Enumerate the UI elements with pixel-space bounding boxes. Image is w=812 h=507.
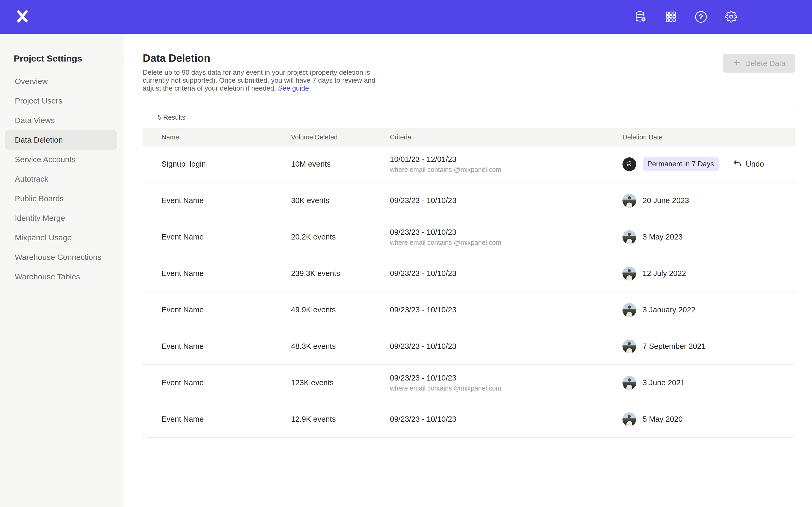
event-name-cell: Event Name: [161, 378, 291, 387]
table-row: Event Name 30K events 09/23/23 - 10/10/2…: [143, 182, 795, 219]
deletions-table-card: 5 Results Name Volume Deleted Criteria D…: [143, 106, 795, 438]
criteria-filter: where email contains @mixpanel.com: [390, 385, 622, 392]
deletion-date-cell: 7 September 2021: [622, 340, 795, 353]
deletion-date: 12 July 2022: [643, 269, 686, 278]
table-row: Event Name 12.9K events 09/23/23 - 10/10…: [143, 401, 795, 437]
criteria-cell: 09/23/23 - 10/10/23 where email contains…: [390, 374, 622, 392]
sidebar-item-mixpanel-usage[interactable]: Mixpanel Usage: [5, 228, 117, 247]
page-header: Data Deletion Delete up to 90 days data …: [143, 52, 795, 92]
sidebar-item-data-deletion[interactable]: Data Deletion: [5, 130, 117, 150]
criteria-range: 10/01/23 - 12/01/23: [390, 155, 622, 164]
apps-grid-icon: [665, 11, 677, 23]
sidebar-item-overview[interactable]: Overview: [5, 71, 117, 91]
volume-cell: 123K events: [291, 378, 390, 387]
sidebar-item-warehouse-tables[interactable]: Warehouse Tables: [5, 267, 117, 286]
criteria-range: 09/23/23 - 10/10/23: [390, 269, 622, 278]
page-description: Delete up to 90 days data for any event …: [143, 68, 382, 92]
mixpanel-logo[interactable]: [15, 9, 30, 24]
main-content: Data Deletion Delete up to 90 days data …: [124, 34, 812, 507]
criteria-cell: 09/23/23 - 10/10/23: [390, 196, 622, 205]
criteria-range: 09/23/23 - 10/10/23: [390, 228, 622, 237]
delete-data-label: Delete Data: [745, 59, 785, 68]
avatar: [622, 157, 636, 171]
volume-cell: 30K events: [291, 196, 390, 205]
undo-label: Undo: [746, 160, 764, 168]
sidebar-nav: Overview Project Users Data Views Data D…: [0, 71, 124, 286]
question-mark-glyph: ?: [699, 13, 703, 21]
volume-cell: 12.9K events: [291, 415, 390, 424]
settings-sidebar: Project Settings Overview Project Users …: [0, 34, 124, 507]
undo-button[interactable]: Undo: [733, 159, 764, 170]
database-gear-icon: [635, 11, 647, 23]
sidebar-item-service-accounts[interactable]: Service Accounts: [5, 150, 117, 169]
deletion-date: 3 January 2022: [643, 305, 696, 314]
sidebar-item-data-views[interactable]: Data Views: [5, 111, 117, 130]
avatar: [622, 267, 636, 280]
column-header-volume: Volume Deleted: [291, 133, 390, 141]
deletion-date: 20 June 2023: [643, 196, 689, 205]
sidebar-item-project-users[interactable]: Project Users: [5, 91, 117, 111]
event-name-cell: Event Name: [161, 196, 291, 205]
column-header-criteria: Criteria: [390, 133, 622, 141]
event-name-cell: Event Name: [161, 269, 291, 278]
plus-icon: [732, 58, 741, 69]
criteria-cell: 09/23/23 - 10/10/23 where email contains…: [390, 228, 622, 246]
topbar-actions: ?: [635, 11, 812, 23]
deletion-date-cell: 3 June 2021: [622, 376, 795, 390]
table-row: Event Name 20.2K events 09/23/23 - 10/10…: [143, 219, 795, 255]
avatar: [622, 194, 636, 208]
apps-grid-button[interactable]: [664, 11, 677, 23]
deletion-date: 3 May 2023: [643, 233, 683, 241]
criteria-range: 09/23/23 - 10/10/23: [390, 305, 622, 314]
avatar: [622, 412, 636, 426]
app-root: ? Project Settings Overview Project User…: [0, 0, 812, 507]
criteria-range: 09/23/23 - 10/10/23: [390, 196, 622, 205]
sidebar-title: Project Settings: [0, 53, 124, 64]
event-name-cell: Event Name: [161, 342, 291, 351]
avatar: [622, 376, 636, 390]
criteria-range: 09/23/23 - 10/10/23: [390, 415, 622, 424]
topbar: ?: [0, 0, 812, 34]
criteria-filter: where email contains @mixpanel.com: [390, 239, 622, 246]
sidebar-item-identity-merge[interactable]: Identity Merge: [5, 208, 117, 228]
help-button[interactable]: ?: [695, 11, 707, 23]
description-text: Delete up to 90 days data for any event …: [143, 68, 375, 92]
criteria-range: 09/23/23 - 10/10/23: [390, 342, 622, 351]
column-header-name: Name: [161, 133, 291, 141]
see-guide-link[interactable]: See guide: [278, 84, 309, 92]
deletion-date: 5 May 2020: [643, 415, 683, 424]
avatar: [622, 303, 636, 317]
deletion-date-cell: Permanent in 7 Days Undo: [622, 157, 795, 171]
table-row: Event Name 239.3K events 09/23/23 - 10/1…: [143, 255, 795, 291]
deletion-date-cell: 12 July 2022: [622, 267, 795, 280]
volume-cell: 48.3K events: [291, 342, 390, 351]
delete-data-button[interactable]: Delete Data: [723, 54, 795, 73]
sidebar-item-warehouse-connections[interactable]: Warehouse Connections: [5, 247, 117, 267]
event-name-cell: Event Name: [161, 233, 291, 241]
criteria-filter: where email contains @mixpanel.com: [390, 166, 622, 173]
criteria-range: 09/23/23 - 10/10/23: [390, 374, 622, 382]
table-row: Signup_login 10M events 10/01/23 - 12/01…: [143, 146, 795, 182]
event-name-cell: Signup_login: [161, 160, 291, 168]
data-management-button[interactable]: [635, 11, 647, 23]
settings-button[interactable]: [725, 11, 738, 23]
volume-cell: 49.9K events: [291, 305, 390, 314]
deletion-date-cell: 3 January 2022: [622, 303, 795, 317]
deletion-date-cell: 20 June 2023: [622, 194, 795, 208]
volume-cell: 10M events: [291, 160, 390, 168]
table-row: Event Name 123K events 09/23/23 - 10/10/…: [143, 364, 795, 401]
sidebar-item-autotrack[interactable]: Autotrack: [5, 169, 117, 189]
mixpanel-x-icon: [15, 9, 30, 24]
criteria-cell: 09/23/23 - 10/10/23: [390, 342, 622, 351]
event-name-cell: Event Name: [161, 305, 291, 314]
criteria-cell: 10/01/23 - 12/01/23 where email contains…: [390, 155, 622, 173]
deletion-date: 3 June 2021: [643, 378, 685, 387]
avatar: [622, 340, 636, 353]
table-header-row: Name Volume Deleted Criteria Deletion Da…: [143, 128, 795, 146]
column-header-deletion-date: Deletion Date: [622, 133, 795, 141]
volume-cell: 20.2K events: [291, 233, 390, 241]
page-title: Data Deletion: [143, 52, 382, 64]
sidebar-item-public-boards[interactable]: Public Boards: [5, 189, 117, 208]
table-row: Event Name 48.3K events 09/23/23 - 10/10…: [143, 328, 795, 364]
undo-icon: [733, 159, 742, 170]
